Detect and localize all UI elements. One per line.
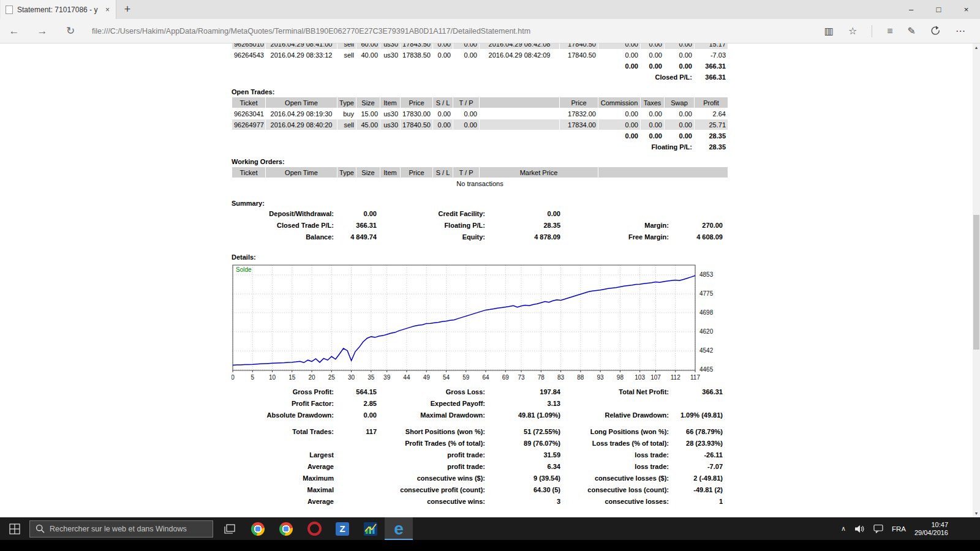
taskbar-app-chrome-2[interactable] xyxy=(272,517,300,540)
kv-label: consecutive profit (count): xyxy=(379,484,487,496)
table-header-row: Ticket Open Time Type Size Item Price S … xyxy=(232,167,728,178)
stats-row: Total Trades: 117 Short Positions (won %… xyxy=(232,426,725,438)
kv-label: consecutive wins ($): xyxy=(379,473,487,484)
start-button[interactable] xyxy=(0,517,29,540)
taskbar-app-z[interactable]: Z xyxy=(328,517,356,540)
stats-row: Largest profit trade: 31.59 loss trade: … xyxy=(232,449,725,461)
scroll-up-icon[interactable]: ▲ xyxy=(973,43,980,51)
c-taxes: 0.00 xyxy=(641,108,664,119)
hub-icon[interactable]: ≡ xyxy=(887,26,892,37)
favorites-star-icon[interactable]: ☆ xyxy=(848,25,857,37)
kv-value: 366.31 xyxy=(336,220,379,231)
kv-value: 564.15 xyxy=(336,386,379,398)
browser-toolbar: ← → ↻ file:///C:/Users/Hakim/AppData/Roa… xyxy=(0,19,980,43)
reading-view-icon[interactable]: ▥ xyxy=(824,25,834,37)
taskbar-app-metatrader[interactable] xyxy=(356,517,385,540)
kv-value: 66 (78.79%) xyxy=(671,426,725,438)
h-size: Size xyxy=(356,167,380,178)
svg-text:4853: 4853 xyxy=(699,271,714,278)
tab-close-icon[interactable]: × xyxy=(104,6,111,14)
back-icon[interactable]: ← xyxy=(0,25,28,37)
stats-row: Absolute Drawdown: 0.00 Maximal Drawdown… xyxy=(232,410,725,421)
kv-value xyxy=(336,461,379,473)
notification-icon[interactable] xyxy=(873,524,883,533)
open-trades-table: Ticket Open Time Type Size Item Price S … xyxy=(232,97,728,152)
kv-label: Gross Loss: xyxy=(379,386,487,398)
c-taxes: 0.00 xyxy=(641,43,664,49)
c-cur-price: 17832.00 xyxy=(560,108,598,119)
page-scrollbar[interactable]: ▲ ▼ xyxy=(973,43,980,517)
total-profit: 28.35 xyxy=(695,130,728,141)
taskbar-app-chrome-1[interactable] xyxy=(244,517,272,540)
h-blank xyxy=(480,97,559,108)
tray-chevron-icon[interactable]: ∧ xyxy=(841,525,846,533)
kv-value: 89 (76.07%) xyxy=(487,438,562,449)
kv-label: Margin: xyxy=(562,220,671,231)
share-icon[interactable] xyxy=(930,26,941,36)
browser-tab-bar: Statement: 71017086 - y × + – □ × xyxy=(0,0,980,19)
working-orders-table: Ticket Open Time Type Size Item Price S … xyxy=(232,167,728,189)
taskbar-clock[interactable]: 10:47 29/04/2016 xyxy=(914,521,948,537)
kv-label xyxy=(232,438,336,449)
stats-row: Average profit trade: 6.34 loss trade: -… xyxy=(232,461,725,473)
close-button[interactable]: × xyxy=(952,0,980,19)
svg-text:64: 64 xyxy=(482,374,489,381)
web-note-icon[interactable]: ✎ xyxy=(908,25,916,37)
taskbar-app-edge[interactable]: e xyxy=(385,517,413,540)
clock-date: 29/04/2016 xyxy=(914,529,948,537)
svg-text:5: 5 xyxy=(251,374,254,381)
kv-value xyxy=(336,438,379,449)
kv-value: 28.35 xyxy=(487,220,562,231)
taskbar-app-red[interactable] xyxy=(300,517,328,540)
c-profit: 15.17 xyxy=(695,43,728,49)
scroll-down-icon[interactable]: ▼ xyxy=(973,509,980,517)
h-commission: Commission xyxy=(598,97,640,108)
h-size: Size xyxy=(356,97,380,108)
svg-text:10: 10 xyxy=(269,374,276,381)
c-close-price: 17840.50 xyxy=(560,50,598,60)
closed-pl-row: Closed P/L: 366.31 xyxy=(232,72,728,82)
table-row: 96265010 2016.04.29 08:41:00 sell 60.00 … xyxy=(232,43,728,49)
forward-icon[interactable]: → xyxy=(28,25,56,37)
c-open-time: 2016.04.29 08:41:00 xyxy=(266,43,337,49)
svg-text:107: 107 xyxy=(650,374,661,381)
c-item: us30 xyxy=(380,119,400,130)
window-controls: – □ × xyxy=(897,0,980,19)
stats-row: Profit Factor: 2.85 Expected Payoff: 3.1… xyxy=(232,398,725,410)
browser-tab[interactable]: Statement: 71017086 - y × xyxy=(0,0,116,19)
kv-label: consecutive losses ($): xyxy=(562,473,671,484)
c-ticket: 96263041 xyxy=(232,108,265,119)
address-bar[interactable]: file:///C:/Users/Hakim/AppData/Roaming/M… xyxy=(92,27,810,36)
taskbar-search-input[interactable]: Rechercher sur le web et dans Windows xyxy=(29,520,213,538)
c-blank xyxy=(480,108,559,119)
summary-row: Balance: 4 849.74 Equity: 4 878.09 Free … xyxy=(232,231,725,243)
c-tp: 0.00 xyxy=(453,119,479,130)
more-icon[interactable]: ⋯ xyxy=(956,25,965,37)
svg-text:103: 103 xyxy=(635,374,645,381)
new-tab-button[interactable]: + xyxy=(116,0,138,19)
language-indicator[interactable]: FRA xyxy=(892,525,906,533)
task-view-button[interactable] xyxy=(216,517,244,540)
refresh-icon[interactable]: ↻ xyxy=(56,24,85,37)
volume-icon[interactable] xyxy=(854,525,865,533)
maximize-button[interactable]: □ xyxy=(925,0,952,19)
c-commission: 0.00 xyxy=(598,108,640,119)
floating-pl-value: 28.35 xyxy=(695,141,728,152)
svg-text:59: 59 xyxy=(462,374,470,381)
c-size: 60.00 xyxy=(356,43,380,49)
kv-value: -49.81 (2) xyxy=(671,484,725,496)
kv-value: 4 878.09 xyxy=(487,231,562,243)
svg-text:44: 44 xyxy=(403,374,410,381)
tab-title: Statement: 71017086 - y xyxy=(17,6,100,14)
closed-trades-table: 96265010 2016.04.29 08:41:00 sell 60.00 … xyxy=(232,43,728,83)
floating-pl-label: Floating P/L: xyxy=(232,141,694,152)
svg-text:78: 78 xyxy=(538,374,545,381)
minimize-button[interactable]: – xyxy=(897,0,925,19)
kv-value: 64.30 (5) xyxy=(487,484,562,496)
kv-label: Average xyxy=(232,461,336,473)
c-sl: 0.00 xyxy=(433,119,453,130)
kv-label: Maximum xyxy=(232,473,336,484)
kv-label: Maximal xyxy=(232,484,336,496)
scrollbar-thumb[interactable] xyxy=(973,215,979,350)
c-cur-price: 17834.00 xyxy=(560,119,598,130)
